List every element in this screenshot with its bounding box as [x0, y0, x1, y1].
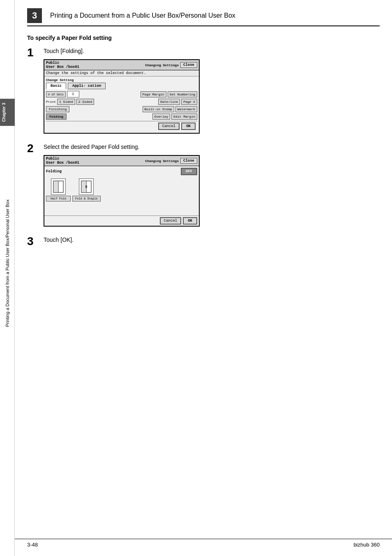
step-3: 3 Touch [OK]. [27, 236, 380, 248]
screen-2-body: Folding OFF [44, 166, 199, 215]
screen-2-header: Public User Box /box01 Changing Settings… [44, 156, 199, 166]
screen-2-header-line1: Public [46, 157, 79, 161]
screen-2-ok-btn[interactable]: OK [183, 217, 197, 225]
screen-1-num-sets-label: # of Sets [46, 91, 66, 97]
screen-1-tabs: Basic Appli- cation [46, 83, 197, 89]
screen-1-page-hash-btn[interactable]: Page # [181, 99, 197, 105]
screen-1-tab-basic[interactable]: Basic [46, 83, 66, 89]
screen-2-half-fold-btn[interactable]: Half Fold [46, 196, 71, 202]
screen-2-footer: Cancel OK [44, 215, 199, 226]
screen-1-folding-btn[interactable]: Folding [46, 114, 67, 120]
step-1-content: Touch [Folding]. Public User Box /box01 … [44, 48, 380, 134]
screen-2-folding-row: Folding OFF [46, 168, 197, 175]
sidebar: Chapter 3 Printing a Document from a Pub… [0, 0, 15, 556]
step-1-text: Touch [Folding]. [44, 48, 380, 54]
screen-mockup-2: Public User Box /box01 Changing Settings… [44, 155, 200, 227]
screen-1-header-line1: Public [46, 61, 79, 65]
step-3-text: Touch [OK]. [44, 236, 380, 243]
chapter-number-box: 3 [27, 8, 42, 23]
screen-2-header-left: Public User Box /box01 [46, 157, 79, 165]
screen-1-sided2-btn[interactable]: 2 Sided [76, 99, 95, 105]
sidebar-vertical-text-container: Printing a Document from a Public User B… [0, 119, 15, 407]
screen-2-changing-settings: Changing Settings [145, 159, 179, 163]
screen-1-built-in-stamp-btn[interactable]: Built-in Stamp [143, 106, 174, 112]
step-2-number: 2 [27, 142, 44, 155]
screen-1-row-finishing: Finishing Built-in Stamp Watermark [46, 106, 197, 112]
screen-2-cancel-btn[interactable]: Cancel [160, 217, 181, 225]
svg-rect-2 [53, 181, 58, 192]
screen-mockup-1: Public User Box /box01 Changing Settings… [44, 59, 200, 134]
header-title: Printing a Document from a Public User B… [50, 12, 235, 19]
footer-page-number: 3-48 [27, 542, 38, 548]
screen-1-row-print: Print 1 Sided 2 Sided Date/line Page # [46, 99, 197, 105]
step-2-content: Select the desired Paper Fold setting. P… [44, 144, 380, 227]
screen-2-fold-options: Half Fold Fold & Sta [46, 178, 197, 202]
screen-2-folding-label: Folding [46, 169, 179, 174]
screen-2-fold-staple-btn[interactable]: Fold & Staple [72, 196, 101, 202]
section-heading: To specify a Paper Fold setting [27, 35, 380, 41]
screen-1-footer: Cancel OK [46, 121, 197, 131]
screen-1-tab-appli[interactable]: Appli- cation [68, 83, 106, 89]
screen-1-print-label: Print [46, 100, 56, 104]
screen-1-sided1-btn[interactable]: 1 Sided [57, 99, 75, 105]
page-header: 3 Printing a Document from a Public User… [27, 8, 380, 26]
screen-1-header-left: Public User Box /box01 [46, 61, 79, 69]
step-2-text: Select the desired Paper Fold setting. [44, 144, 380, 150]
screen-1-row-sets: # of Sets 1 Page Margin Set Numbering [46, 91, 197, 97]
screen-1-page-margin-btn[interactable]: Page Margin [141, 91, 166, 97]
svg-rect-6 [85, 185, 87, 188]
screen-1-subtitle: Change the settings of the selected docu… [44, 70, 199, 76]
sidebar-vertical-text: Printing a Document from a Public User B… [5, 199, 10, 327]
footer-product-name: bizhub 360 [353, 542, 380, 548]
main-content: 3 Printing a Document from a Public User… [15, 0, 392, 274]
screen-1-body: Change Setting Basic Appli- cation # of … [44, 76, 199, 133]
screen-1-edit-margin-btn[interactable]: Edit Margin [171, 114, 197, 120]
screen-1-ok-btn[interactable]: OK [181, 123, 196, 130]
step-3-number: 3 [27, 235, 44, 248]
screen-1-header: Public User Box /box01 Changing Settings… [44, 60, 199, 70]
screen-1-header-right: Changing Settings Close [145, 62, 197, 68]
screen-2-half-fold-icon [51, 178, 66, 195]
step-2: 2 Select the desired Paper Fold setting.… [27, 144, 380, 227]
step-1-number: 1 [27, 46, 44, 59]
screen-1-watermark-btn[interactable]: Watermark [175, 106, 197, 112]
step-1: 1 Touch [Folding]. Public User Box /box0… [27, 48, 380, 134]
screen-1-changing-settings: Changing Settings [145, 63, 179, 67]
screen-1-row-folding: Folding Overlay Edit Margin [46, 114, 197, 120]
screen-1-date-line-btn[interactable]: Date/line [158, 99, 180, 105]
screen-2-header-line2: User Box /box01 [46, 161, 79, 165]
screen-1-cancel-btn[interactable]: Cancel [158, 123, 180, 130]
step-3-content: Touch [OK]. [44, 236, 380, 248]
page-footer: 3-48 bizhub 360 [15, 539, 392, 548]
screen-1-header-line2: User Box /box01 [46, 65, 79, 69]
screen-1-finishing-btn[interactable]: Finishing [46, 106, 69, 112]
screen-1-change-setting-label: Change Setting [46, 78, 197, 82]
screen-2-off-btn[interactable]: OFF [181, 168, 197, 175]
screen-2-header-right: Changing Settings Close [145, 158, 197, 164]
screen-1-set-numbering-btn[interactable]: Set Numbering [168, 91, 197, 97]
screen-2-fold-staple-icon [79, 178, 94, 195]
screen-2-close-button[interactable]: Close [180, 158, 197, 164]
screen-2-fold-staple-option: Fold & Staple [72, 178, 101, 202]
screen-1-num-sets-val[interactable]: 1 [67, 91, 79, 97]
screen-1-overlay-btn[interactable]: Overlay [152, 114, 171, 120]
screen-1-close-button[interactable]: Close [180, 62, 197, 68]
screen-2-half-fold-option: Half Fold [46, 178, 71, 202]
chapter-number: 3 [32, 10, 37, 21]
